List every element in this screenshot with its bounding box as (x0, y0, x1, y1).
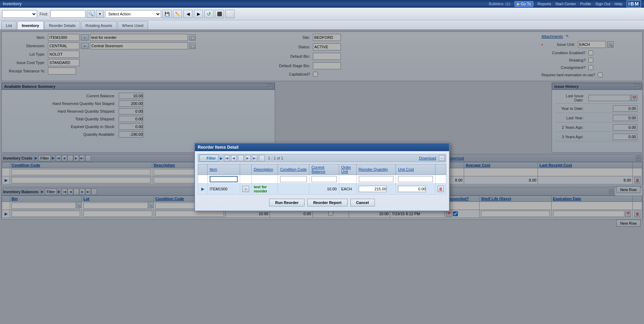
ibm-logo: IBM (626, 0, 641, 7)
modal-col-current-balance[interactable]: Current Balance (309, 164, 339, 175)
edit-button[interactable]: ✏️ (173, 10, 182, 18)
cancel-btn[interactable]: Cancel (350, 199, 375, 206)
modal-col-delete (435, 164, 446, 175)
modal-nav-last[interactable]: ▶| (252, 155, 258, 161)
modal-current-balance: 10.00 (309, 184, 339, 195)
modal-condition-code (278, 184, 309, 195)
toolbar-module-select[interactable] (2, 10, 37, 18)
modal-filter-indicator (198, 175, 208, 184)
modal-nav-prev[interactable]: ◀ (231, 155, 237, 161)
modal-filter-current-balance[interactable] (312, 176, 337, 182)
goto-btn[interactable]: ▶ Go To (514, 1, 533, 7)
start-center-link[interactable]: Start Center (555, 2, 576, 6)
modal-overlay: Reorder Items Detail ▼ Filter ▶ |◀ ◀ | ▶… (0, 30, 644, 324)
modal-filter-reorder-qty[interactable] (359, 176, 394, 182)
modal-filter-row (198, 175, 446, 184)
modal-col-condition-code[interactable]: Condition Code (278, 164, 309, 175)
modal-footer: Run Reorder Reorder Report Cancel (198, 197, 446, 208)
modal-nav-first[interactable]: |◀ (224, 155, 230, 161)
reorder-items-modal: Reorder Items Detail ▼ Filter ▶ |◀ ◀ | ▶… (194, 143, 450, 211)
modal-body: ▼ Filter ▶ |◀ ◀ | ▶ ▶| | 1 - 1 of 1 Down… (195, 151, 449, 211)
modal-col-reorder-qty[interactable]: Reorder Quantity (356, 164, 396, 175)
tab-rotating-assets[interactable]: Rotating Assets (81, 21, 117, 29)
forward-button[interactable]: ▶ (194, 10, 203, 18)
search-button[interactable]: 🔍 (87, 10, 94, 18)
modal-filter-btn[interactable]: ▼ Filter (200, 155, 218, 162)
modal-filter-condition-code[interactable] (280, 176, 307, 182)
modal-count: 1 - 1 of 1 (268, 156, 283, 160)
modal-row-arrow[interactable]: ▶ (200, 186, 205, 191)
save-button[interactable]: 💾 (162, 10, 172, 18)
tab-where-used[interactable]: Where Used (118, 21, 148, 29)
modal-table: Item Description Condition Code Current … (198, 164, 446, 195)
modal-col-order-unit[interactable]: Order Unit (339, 164, 356, 175)
modal-description: test for reorder (252, 184, 278, 195)
search-input[interactable] (50, 10, 85, 18)
modal-filter-expand[interactable]: ▶ (220, 156, 223, 161)
top-navigation: Inventory Bulletins: (1) ▶ Go To Reports… (0, 0, 644, 8)
modal-title: Reorder Items Detail (195, 143, 449, 151)
bookmark-button[interactable]: ⬜ (225, 10, 234, 18)
find-label: Find: (40, 12, 48, 16)
refresh-button[interactable]: ↺ (204, 10, 214, 18)
modal-data-row: ▶ ITEM1000 » test for reorder 10.00 EACH (198, 184, 446, 195)
back-button[interactable]: ◀ (183, 10, 192, 18)
modal-col-description[interactable]: Description (252, 164, 278, 175)
modal-item: ITEM1000 (208, 184, 240, 195)
modal-col-expand (240, 164, 252, 175)
tab-reorder-details[interactable]: Reorder Details (44, 21, 80, 29)
app-title: Inventory (3, 1, 22, 6)
modal-nav-sep2: | (259, 155, 265, 161)
modal-nav-sep1: | (238, 155, 244, 161)
modal-col-indicator (198, 164, 208, 175)
tab-inventory[interactable]: Inventory (17, 21, 44, 29)
run-reorder-btn[interactable]: Run Reorder (269, 199, 304, 206)
profile-link[interactable]: Profile (580, 2, 591, 6)
toolbar: Find: 🔍 ▼ Select Action 💾 ✏️ ◀ ▶ ↺ ⬛ ⬜ (0, 8, 644, 20)
modal-delete-btn[interactable]: 🗑 (438, 186, 444, 192)
tabs-bar: List Inventory Reorder Details Rotating … (0, 20, 644, 30)
modal-order-unit: EACH (339, 184, 356, 195)
modal-nav-next[interactable]: ▶ (245, 155, 251, 161)
bulletins-link[interactable]: Bulletins: (1) (489, 2, 510, 6)
search-dropdown-button[interactable]: ▼ (96, 10, 104, 18)
modal-col-item[interactable]: Item (208, 164, 240, 175)
modal-col-unit-cost[interactable]: Unit Cost (396, 164, 435, 175)
modal-filter-item[interactable] (210, 176, 238, 182)
modal-toolbar: ▼ Filter ▶ |◀ ◀ | ▶ ▶| | 1 - 1 of 1 Down… (198, 154, 446, 162)
modal-filter-unit-cost[interactable] (398, 176, 433, 182)
modal-unit-cost-input[interactable] (398, 186, 426, 192)
modal-toolbar-collapse[interactable]: − (439, 155, 444, 161)
tab-list[interactable]: List (1, 21, 16, 29)
modal-reorder-qty-input[interactable] (359, 186, 387, 192)
modal-download[interactable]: Download (419, 156, 436, 160)
reports-link[interactable]: Reports (538, 2, 551, 6)
undo-button[interactable]: ⬛ (215, 10, 224, 18)
modal-row-expand[interactable]: » (242, 186, 249, 192)
sign-out-link[interactable]: Sign Out (595, 2, 610, 6)
reorder-report-btn[interactable]: Reorder Report (307, 199, 348, 206)
help-link[interactable]: Help (615, 2, 623, 6)
select-action-dropdown[interactable]: Select Action (105, 10, 161, 18)
top-nav-links: Bulletins: (1) ▶ Go To Reports Start Cen… (489, 0, 641, 7)
main-content: Item: » 📋 Storeroom: » 📋 Lot Type: (0, 30, 644, 324)
